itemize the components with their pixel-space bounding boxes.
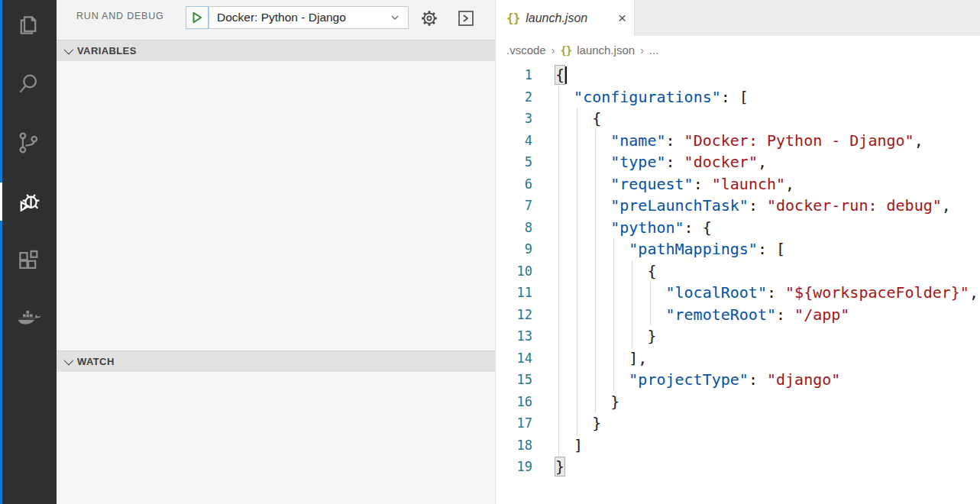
code-line-content: } [555, 391, 980, 413]
json-punctuation: : [776, 305, 794, 324]
line-number[interactable]: 13 [496, 328, 532, 344]
line-number[interactable]: 12 [496, 307, 532, 322]
line-number[interactable]: 18 [496, 438, 532, 453]
json-punctuation: : [749, 370, 767, 389]
code-line-content: { [555, 64, 980, 86]
code-line[interactable]: 7 "preLaunchTask": "docker-run: debug", [496, 195, 980, 217]
line-number[interactable]: 7 [496, 198, 532, 213]
json-punctuation [555, 240, 629, 258]
section-label: VARIABLES [77, 45, 137, 57]
json-string: "docker-run: debug" [767, 196, 942, 215]
code-line[interactable]: 15 "projectType": "django" [496, 369, 980, 391]
indent-guide [595, 282, 596, 304]
line-number[interactable]: 9 [496, 241, 532, 257]
indent-guide [613, 369, 614, 391]
indent-guide [595, 347, 596, 370]
variables-section-header[interactable]: VARIABLES [57, 40, 495, 61]
line-number[interactable]: 16 [496, 394, 532, 409]
indent-guide [595, 325, 596, 347]
breadcrumb-item[interactable]: ... [649, 44, 659, 57]
chevron-down-icon [64, 45, 74, 55]
code-line[interactable]: 18 ] [496, 435, 980, 457]
gear-icon [419, 8, 439, 28]
code-line[interactable]: 1{ [496, 64, 980, 86]
code-line[interactable]: 11 "localRoot": "${workspaceFolder}", [496, 282, 980, 304]
json-punctuation: } [555, 393, 619, 411]
code-line[interactable]: 9 "pathMappings": [ [496, 238, 980, 260]
indent-guide [558, 238, 559, 260]
matched-bracket: } [555, 457, 564, 476]
code-line[interactable]: 19} [496, 456, 980, 478]
breadcrumb-item[interactable]: launch.json [577, 44, 635, 57]
watch-section-header[interactable]: WATCH [57, 351, 495, 372]
indent-guide [650, 304, 651, 326]
code-line[interactable]: 16 } [496, 391, 980, 413]
json-punctuation: ], [555, 349, 647, 367]
line-number[interactable]: 8 [496, 220, 532, 235]
code-editor[interactable]: 1{2 "configurations": [3 {4 "name": "Doc… [496, 64, 980, 504]
line-number[interactable]: 17 [496, 415, 532, 431]
json-key: "python" [610, 218, 684, 237]
open-launch-json-button[interactable] [419, 8, 440, 29]
code-line[interactable]: 2 "configurations": [ [496, 86, 980, 108]
tab-launch-json[interactable]: {} launch.json × [496, 0, 635, 36]
code-line[interactable]: 4 "name": "Docker: Python - Django", [496, 130, 980, 152]
indent-guide [558, 151, 559, 173]
line-number[interactable]: 4 [496, 133, 532, 148]
indent-guide [595, 217, 596, 239]
activity-item-explorer[interactable] [0, 0, 57, 50]
activity-item-run-and-debug[interactable] [0, 176, 57, 227]
line-number[interactable]: 6 [496, 176, 532, 192]
line-number[interactable]: 1 [496, 67, 532, 82]
line-number[interactable]: 10 [496, 263, 532, 279]
editor-group: {} launch.json × .vscode›{}launch.json›.… [495, 0, 980, 504]
line-number[interactable]: 5 [496, 154, 532, 170]
activity-item-source-control[interactable] [0, 118, 57, 168]
code-line[interactable]: 6 "request": "launch", [496, 173, 980, 195]
run-and-debug-sidebar: RUN AND DEBUG Docker: Python - Django [57, 0, 495, 504]
json-punctuation [555, 196, 610, 215]
indent-guide [577, 391, 577, 413]
activity-item-extensions[interactable] [0, 235, 57, 286]
indent-guide [558, 86, 559, 108]
launch-configuration-select[interactable]: Docker: Python - Django [209, 6, 409, 29]
line-number[interactable]: 2 [496, 89, 532, 105]
line-number[interactable]: 15 [496, 372, 532, 387]
json-key: "pathMappings" [629, 240, 758, 258]
line-number[interactable]: 14 [496, 351, 532, 366]
json-key: "request" [610, 175, 693, 193]
code-line-content: "python": { [555, 217, 980, 239]
breadcrumb-item[interactable]: .vscode [506, 44, 546, 57]
start-debugging-button[interactable] [186, 6, 209, 29]
code-line[interactable]: 14 ], [496, 347, 980, 370]
indent-guide [577, 151, 577, 173]
tab-label: launch.json [526, 11, 612, 25]
code-line[interactable]: 17 } [496, 412, 980, 435]
line-number[interactable]: 19 [496, 459, 532, 474]
code-line[interactable]: 12 "remoteRoot": "/app" [496, 304, 980, 326]
code-line[interactable]: 8 "python": { [496, 217, 980, 239]
source-control-icon [15, 130, 41, 156]
code-line[interactable]: 13 } [496, 325, 980, 347]
json-punctuation: : { [684, 218, 712, 237]
activity-item-search[interactable] [0, 59, 57, 109]
code-line[interactable]: 10 { [496, 260, 980, 283]
close-icon[interactable]: × [618, 11, 626, 25]
indent-guide [558, 282, 559, 304]
debug-console-button[interactable] [455, 8, 477, 29]
debug-toolbar: RUN AND DEBUG Docker: Python - Django [57, 0, 495, 40]
code-line-content: "pathMappings": [ [555, 238, 980, 260]
search-icon [15, 71, 41, 97]
indent-guide [558, 391, 559, 413]
code-line-content: } [555, 412, 980, 435]
breadcrumb: .vscode›{}launch.json›... [496, 36, 980, 64]
indent-guide [613, 282, 614, 304]
json-punctuation [555, 218, 610, 237]
json-punctuation: : [666, 153, 684, 171]
code-line[interactable]: 3 { [496, 108, 980, 130]
activity-item-docker[interactable] [0, 294, 57, 344]
line-number[interactable]: 11 [496, 285, 532, 300]
code-line[interactable]: 5 "type": "docker", [496, 151, 980, 173]
json-punctuation: : [ [721, 88, 749, 106]
line-number[interactable]: 3 [496, 111, 532, 126]
